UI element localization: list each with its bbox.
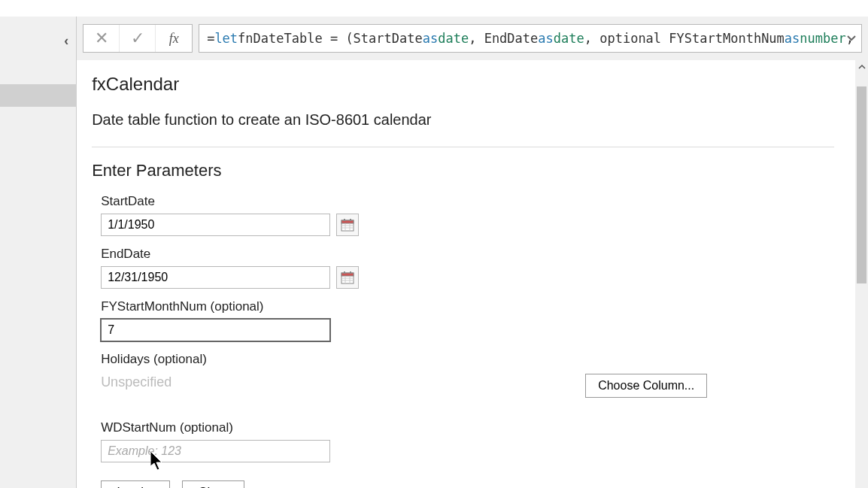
svg-rect-3 [350,219,351,221]
svg-rect-2 [344,219,345,221]
scroll-up-icon[interactable] [855,60,868,73]
scroll-thumb[interactable] [857,86,866,283]
cancel-formula-icon[interactable]: ✕ [83,25,120,52]
fy-start-input[interactable] [101,319,330,341]
formula-text: = [207,31,214,46]
fx-icon[interactable]: fx [156,25,192,52]
svg-rect-9 [341,273,354,276]
end-date-input[interactable] [101,266,330,289]
formula-bar: ✕ ✓ fx = let fnDateTable = (StartDate as… [77,17,868,60]
keyword-let: let [214,31,238,46]
query-list-item[interactable] [0,84,84,107]
formula-text: fnDateTable = (StartDate [238,31,423,46]
type-date: date [554,31,584,46]
enter-parameters-heading: Enter Parameters [92,161,868,180]
type-date: date [438,31,469,46]
svg-rect-11 [350,271,351,274]
expand-formula-icon[interactable] [846,31,857,46]
holidays-unspecified: Unspecified [101,371,868,390]
ribbon-placeholder [0,0,868,17]
keyword-as: as [785,31,800,46]
start-date-input[interactable] [101,214,330,236]
clear-button[interactable]: Clear [182,480,244,488]
start-date-calendar-button[interactable] [336,214,359,236]
calendar-icon [341,271,354,284]
invoke-button[interactable]: Invoke [101,480,170,488]
calendar-icon [341,218,354,232]
end-date-calendar-button[interactable] [336,266,359,289]
commit-formula-icon[interactable]: ✓ [120,25,156,52]
function-description: Date table function to create an ISO-860… [92,111,834,147]
type-number: number [800,31,845,46]
vertical-scrollbar[interactable] [855,60,868,488]
wd-start-input[interactable] [101,440,330,462]
collapse-chevron-icon[interactable]: ‹ [64,33,68,49]
keyword-as: as [423,31,438,46]
keyword-as: as [538,31,553,46]
svg-rect-10 [344,271,345,274]
holidays-label: Holidays (optional) [101,352,868,367]
function-name: fxCalendar [92,74,868,95]
wd-start-label: WDStartNum (optional) [101,420,868,435]
choose-column-button[interactable]: Choose Column... [585,374,707,398]
start-date-label: StartDate [101,194,868,209]
end-date-label: EndDate [101,247,868,262]
formula-text: , optional FYStartMonthNum [584,31,785,46]
content-area: fxCalendar Date table function to create… [77,60,868,488]
fy-start-label: FYStartMonthNum (optional) [101,299,868,314]
formula-text: , EndDate [469,31,538,46]
formula-input[interactable]: = let fnDateTable = (StartDate as date ,… [199,24,862,53]
queries-pane: ‹ [0,17,77,488]
svg-rect-1 [341,220,354,223]
